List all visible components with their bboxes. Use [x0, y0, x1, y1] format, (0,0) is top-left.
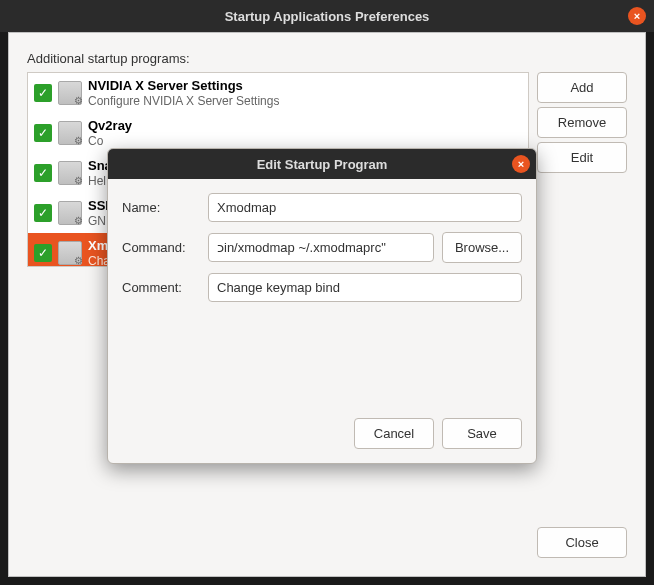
name-input[interactable] [208, 193, 522, 222]
close-button[interactable]: Close [537, 527, 627, 558]
cancel-button[interactable]: Cancel [354, 418, 434, 449]
main-title: Startup Applications Preferences [225, 9, 430, 24]
command-input[interactable] [208, 233, 434, 262]
list-item[interactable]: ✓ Qv2ray Co [28, 113, 528, 153]
app-icon [58, 161, 82, 185]
side-buttons: Add Remove Edit [537, 72, 627, 267]
list-item[interactable]: ✓ NVIDIA X Server Settings Configure NVI… [28, 73, 528, 113]
item-desc: GN [88, 214, 109, 228]
item-name: SSI [88, 198, 109, 214]
add-button[interactable]: Add [537, 72, 627, 103]
app-icon [58, 81, 82, 105]
edit-dialog: Edit Startup Program × Name: Command: Br… [107, 148, 537, 464]
dialog-titlebar: Edit Startup Program × [108, 149, 536, 179]
checkbox-icon[interactable]: ✓ [34, 164, 52, 182]
close-icon[interactable]: × [628, 7, 646, 25]
remove-button[interactable]: Remove [537, 107, 627, 138]
footer: Close [537, 527, 627, 558]
close-icon[interactable]: × [512, 155, 530, 173]
checkbox-icon[interactable]: ✓ [34, 244, 52, 262]
name-label: Name: [122, 200, 200, 215]
main-titlebar: Startup Applications Preferences × [0, 0, 654, 32]
app-icon [58, 121, 82, 145]
section-label: Additional startup programs: [27, 51, 627, 66]
item-name: NVIDIA X Server Settings [88, 78, 279, 94]
app-icon [58, 201, 82, 225]
save-button[interactable]: Save [442, 418, 522, 449]
checkbox-icon[interactable]: ✓ [34, 124, 52, 142]
checkbox-icon[interactable]: ✓ [34, 204, 52, 222]
item-desc: Configure NVIDIA X Server Settings [88, 94, 279, 108]
checkbox-icon[interactable]: ✓ [34, 84, 52, 102]
comment-label: Comment: [122, 280, 200, 295]
browse-button[interactable]: Browse... [442, 232, 522, 263]
edit-button[interactable]: Edit [537, 142, 627, 173]
command-label: Command: [122, 240, 200, 255]
item-desc: Co [88, 134, 132, 148]
dialog-title: Edit Startup Program [257, 157, 388, 172]
app-icon [58, 241, 82, 265]
comment-input[interactable] [208, 273, 522, 302]
item-name: Qv2ray [88, 118, 132, 134]
